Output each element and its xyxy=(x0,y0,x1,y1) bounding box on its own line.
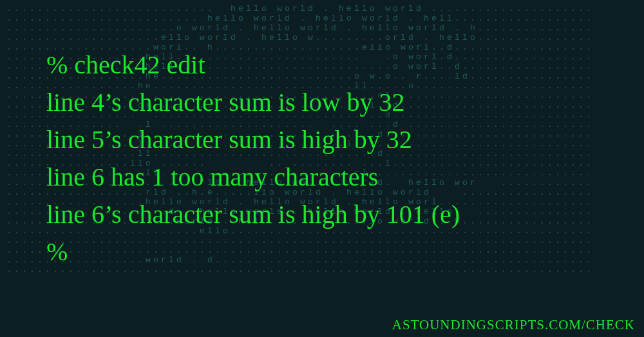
command-text: check42 edit xyxy=(74,50,205,79)
output-line: line 5’s character sum is high by 32 xyxy=(46,121,618,159)
watermark: ASTOUNDINGSCRIPTS.COM/CHECK xyxy=(392,317,635,333)
terminal-output: % check42 edit line 4’s character sum is… xyxy=(46,46,618,271)
output-line: line 6 has 1 too many characters xyxy=(46,159,618,196)
prompt-after: % xyxy=(46,233,618,271)
output-line: line 4’s character sum is low by 32 xyxy=(46,84,618,121)
output-line: line 6’s character sum is high by 101 (e… xyxy=(46,196,618,233)
command-line: % check42 edit xyxy=(46,46,618,84)
prompt: % xyxy=(46,50,68,79)
